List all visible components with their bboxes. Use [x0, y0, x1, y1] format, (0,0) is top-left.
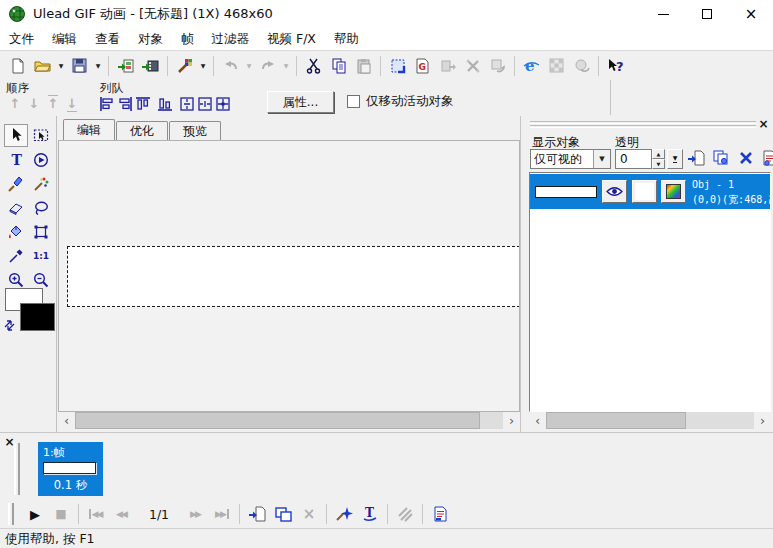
menu-object[interactable]: 对象 [129, 28, 172, 50]
maximize-button[interactable] [685, 0, 729, 28]
export-button[interactable] [435, 54, 460, 77]
new-file-button[interactable] [5, 54, 30, 77]
move-to-bottom-button[interactable] [63, 94, 81, 113]
delete-frame-button[interactable] [296, 502, 322, 526]
stop-button[interactable] [48, 502, 74, 526]
delete-object-button[interactable] [735, 147, 757, 168]
split-button[interactable] [460, 54, 485, 77]
first-frame-button[interactable]: ◀◀ [83, 502, 109, 526]
canvas-horizontal-scrollbar[interactable] [58, 412, 520, 429]
matte-button[interactable] [544, 54, 569, 77]
move-active-only-label[interactable]: 仅移动活动对象 [366, 93, 454, 110]
redo-button[interactable] [255, 54, 280, 77]
align-right-button[interactable] [116, 94, 134, 113]
video-fx-button[interactable] [331, 502, 357, 526]
object-visibility-button[interactable] [602, 180, 627, 203]
properties-button[interactable]: 属性... [267, 91, 334, 113]
minimize-button[interactable] [641, 0, 685, 28]
tab-edit[interactable]: 编辑 [63, 119, 115, 140]
menu-video-fx[interactable]: 视频 F/X [258, 28, 325, 50]
frame-1-tile[interactable]: 1:帧 0.1 秒 [38, 442, 103, 496]
tween-button[interactable] [392, 502, 418, 526]
add-image-button[interactable] [113, 54, 138, 77]
menu-edit[interactable]: 编辑 [43, 28, 86, 50]
copy-button[interactable] [326, 54, 351, 77]
tab-optimize[interactable]: 优化 [116, 121, 168, 140]
optimize-gif-button[interactable]: G [410, 54, 435, 77]
menu-file[interactable]: 文件 [0, 28, 43, 50]
object-horizontal-scrollbar[interactable] [529, 412, 771, 429]
panel-splitter[interactable] [520, 116, 527, 432]
fill-tool-button[interactable] [4, 220, 28, 243]
previous-frame-button[interactable]: ◀◀ [109, 502, 135, 526]
color-select-button[interactable] [172, 54, 197, 77]
add-frame-button[interactable] [244, 502, 270, 526]
center-both-button[interactable] [214, 94, 232, 113]
menu-help[interactable]: 帮助 [325, 28, 368, 50]
scrollbar-thumb[interactable] [75, 412, 480, 429]
color-select-dropdown-button[interactable] [197, 54, 209, 77]
redo-dropdown-button[interactable] [280, 54, 292, 77]
context-help-button[interactable]: ? [603, 54, 628, 77]
save-dropdown-button[interactable] [92, 54, 104, 77]
text-tool-button[interactable]: T [4, 148, 28, 171]
transparency-slider-button[interactable]: ▼ [667, 149, 683, 169]
tab-preview[interactable]: 预览 [169, 121, 221, 140]
object-palette-swatch[interactable] [661, 180, 686, 203]
menu-view[interactable]: 查看 [86, 28, 129, 50]
duplicate-frame-button[interactable] [270, 502, 296, 526]
publish-button[interactable] [569, 54, 594, 77]
align-top-button[interactable] [134, 94, 152, 113]
marquee-tool-button[interactable] [29, 124, 53, 147]
object-list[interactable]: Obj - 1 (0,0)(宽:468,高:60) [529, 172, 771, 412]
chevron-down-icon[interactable] [593, 150, 610, 168]
frame-strip-grip[interactable] [14, 443, 20, 495]
add-object-button[interactable] [685, 147, 707, 168]
move-up-button[interactable] [6, 94, 24, 113]
canvas[interactable] [67, 246, 520, 307]
eraser-tool-button[interactable] [4, 196, 28, 219]
close-button[interactable]: × [729, 0, 773, 28]
magic-wand-tool-button[interactable] [29, 172, 53, 195]
next-frame-button[interactable]: ▶▶ [183, 502, 209, 526]
open-file-button[interactable] [30, 54, 55, 77]
transparency-input[interactable]: 0 [615, 149, 652, 169]
scroll-right-icon[interactable] [754, 412, 771, 429]
align-left-button[interactable] [98, 94, 116, 113]
transparency-stepper[interactable]: ▲ ▼ [652, 149, 665, 169]
pick-tool-button[interactable] [4, 124, 28, 147]
move-down-button[interactable] [25, 94, 43, 113]
canvas-workspace[interactable] [58, 140, 520, 412]
object-list-item[interactable]: Obj - 1 (0,0)(宽:468,高:60) [530, 174, 770, 209]
menu-frame[interactable]: 帧 [172, 28, 203, 50]
animation-wizard-tool-button[interactable] [29, 148, 53, 171]
save-button[interactable] [67, 54, 92, 77]
paint-tool-button[interactable] [4, 172, 28, 195]
crop-tool-button[interactable] [29, 220, 53, 243]
preview-in-browser-button[interactable]: e [519, 54, 544, 77]
scroll-left-icon[interactable] [529, 412, 546, 429]
last-frame-button[interactable]: ▶▶ [209, 502, 235, 526]
menu-filters[interactable]: 过滤器 [203, 28, 259, 50]
add-video-button[interactable] [138, 54, 163, 77]
scroll-left-icon[interactable] [58, 412, 75, 429]
play-button[interactable] [22, 502, 48, 526]
crop-button[interactable] [385, 54, 410, 77]
lasso-tool-button[interactable] [29, 196, 53, 219]
move-active-only-checkbox[interactable] [347, 95, 360, 108]
panel-grip[interactable] [530, 121, 756, 129]
banner-text-button[interactable]: T [357, 502, 383, 526]
frame-properties-button[interactable] [427, 502, 453, 526]
undo-dropdown-button[interactable] [243, 54, 255, 77]
align-bottom-button[interactable] [156, 94, 174, 113]
playback-grip[interactable] [8, 503, 14, 525]
scrollbar-thumb[interactable] [546, 412, 686, 429]
object-panel-close-button[interactable]: × [757, 117, 770, 130]
center-horizontal-button[interactable] [196, 94, 214, 113]
open-dropdown-button[interactable] [55, 54, 67, 77]
paste-button[interactable] [351, 54, 376, 77]
scroll-right-icon[interactable] [503, 412, 520, 429]
stepper-down-icon[interactable]: ▼ [652, 159, 665, 169]
transfer-button[interactable] [485, 54, 510, 77]
stepper-up-icon[interactable]: ▲ [652, 149, 665, 159]
